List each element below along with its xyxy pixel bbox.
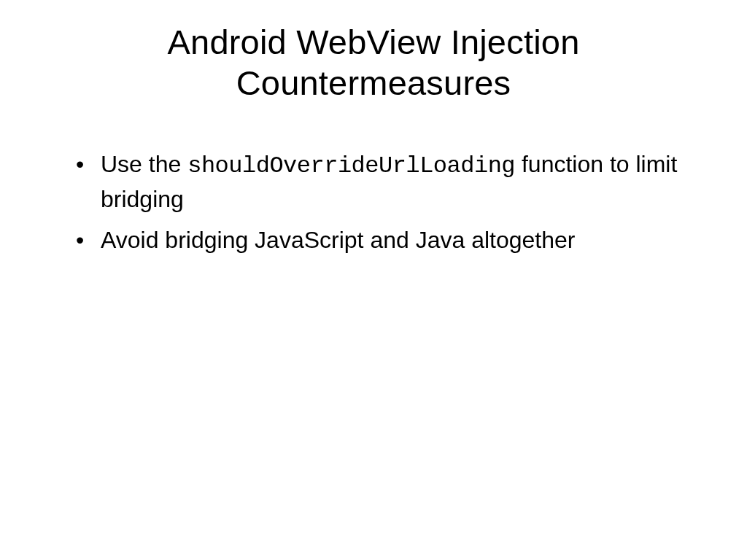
bullet-list: Use the shouldOverrideUrlLoading functio… (44, 148, 703, 257)
bullet-code: shouldOverrideUrlLoading (187, 152, 515, 179)
bullet-text: Avoid bridging JavaScript and Java altog… (101, 227, 575, 253)
bullet-text-prefix: Use the (101, 151, 187, 177)
bullet-item: Use the shouldOverrideUrlLoading functio… (80, 148, 703, 216)
slide-title: Android WebView Injection Countermeasure… (44, 22, 703, 104)
slide-container: Android WebView Injection Countermeasure… (0, 0, 747, 560)
bullet-item: Avoid bridging JavaScript and Java altog… (80, 224, 703, 257)
